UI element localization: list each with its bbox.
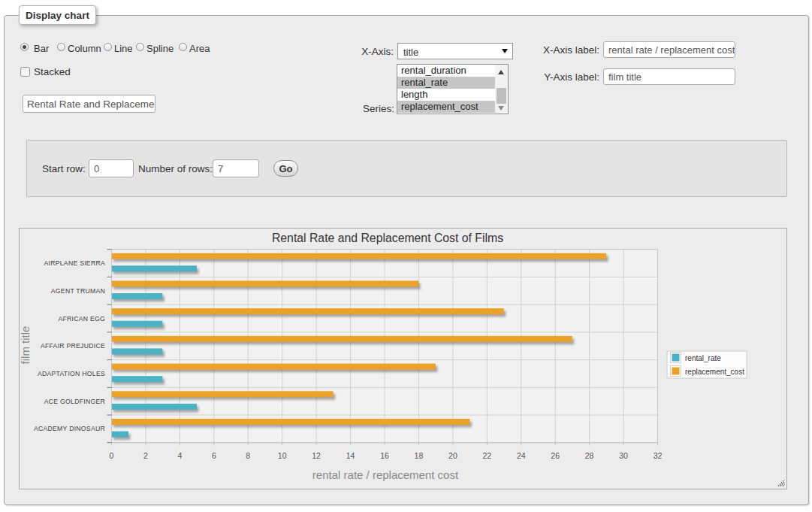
svg-text:4: 4: [177, 451, 182, 460]
svg-text:14: 14: [346, 451, 355, 460]
svg-text:ACADEMY DINOSAUR: ACADEMY DINOSAUR: [34, 425, 105, 432]
svg-text:rental rate / replacement cost: rental rate / replacement cost: [312, 468, 459, 481]
svg-text:32: 32: [654, 451, 663, 460]
svg-text:22: 22: [482, 451, 491, 460]
svg-text:Rental Rate and Replacement Co: Rental Rate and Replacement Cost of Film…: [272, 232, 503, 244]
svg-text:24: 24: [517, 451, 526, 460]
svg-text:0: 0: [110, 451, 114, 460]
svg-text:ADAPTATION HOLES: ADAPTATION HOLES: [38, 370, 105, 377]
svg-text:AFRICAN EGG: AFRICAN EGG: [58, 315, 105, 323]
svg-text:12: 12: [312, 451, 321, 460]
svg-text:6: 6: [212, 451, 216, 460]
svg-text:ACE GOLDFINGER: ACE GOLDFINGER: [44, 398, 105, 405]
svg-text:28: 28: [585, 451, 594, 460]
svg-text:replacement_cost: replacement_cost: [685, 368, 744, 376]
svg-text:26: 26: [551, 451, 560, 460]
svg-text:30: 30: [619, 451, 628, 460]
svg-text:18: 18: [415, 451, 424, 460]
svg-text:film title: film title: [20, 326, 32, 365]
svg-text:AIRPLANE SIERRA: AIRPLANE SIERRA: [44, 259, 105, 267]
svg-text:20: 20: [448, 451, 457, 460]
svg-text:10: 10: [278, 451, 287, 460]
svg-text:2: 2: [143, 451, 148, 460]
svg-text:8: 8: [246, 451, 250, 460]
svg-text:rental_rate: rental_rate: [685, 354, 721, 362]
svg-text:16: 16: [380, 451, 389, 460]
svg-text:AFFAIR PREJUDICE: AFFAIR PREJUDICE: [41, 342, 105, 350]
svg-text:AGENT TRUMAN: AGENT TRUMAN: [51, 287, 105, 295]
